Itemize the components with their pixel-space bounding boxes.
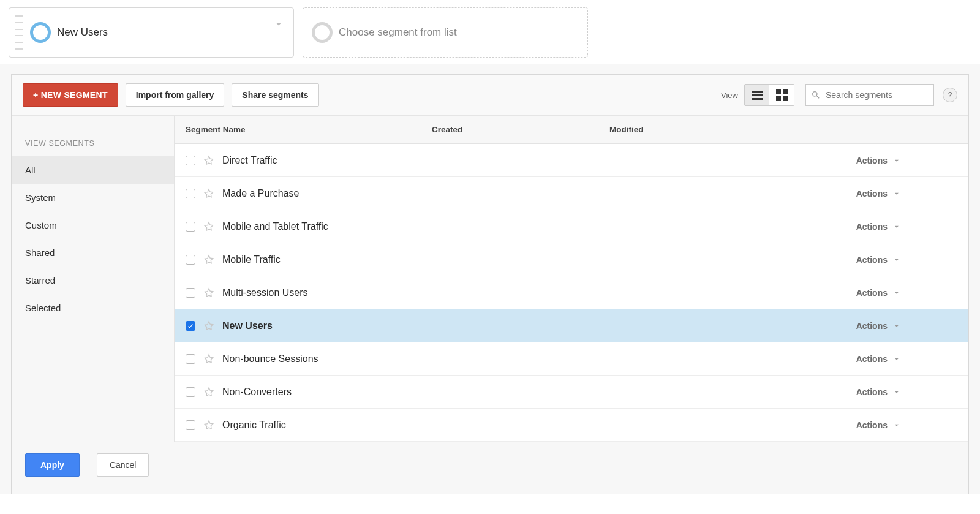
table-row[interactable]: Organic TrafficActions xyxy=(175,409,968,442)
row-checkbox[interactable] xyxy=(186,387,195,397)
actions-label: Actions xyxy=(856,156,888,165)
sidebar-item-starred[interactable]: Starred xyxy=(12,266,174,294)
search-wrap[interactable] xyxy=(805,84,934,106)
star-icon[interactable] xyxy=(203,287,215,299)
row-actions-menu[interactable]: Actions xyxy=(798,288,968,298)
star-icon[interactable] xyxy=(203,154,215,167)
table-row[interactable]: Direct TrafficActions xyxy=(175,144,968,177)
sidebar: VIEW SEGMENTS AllSystemCustomSharedStarr… xyxy=(12,116,175,442)
segment-color-circle xyxy=(312,22,333,43)
segment-pill-active[interactable]: New Users xyxy=(9,7,294,58)
caret-down-icon xyxy=(892,421,901,429)
segment-name: New Users xyxy=(222,320,273,331)
actions-label: Actions xyxy=(856,354,888,364)
actions-label: Actions xyxy=(856,420,888,430)
segment-name: Mobile and Tablet Traffic xyxy=(222,221,328,232)
row-checkbox[interactable] xyxy=(186,288,195,298)
star-icon[interactable] xyxy=(203,221,215,233)
actions-label: Actions xyxy=(856,222,888,232)
table-row[interactable]: Multi-session UsersActions xyxy=(175,276,968,309)
row-actions-menu[interactable]: Actions xyxy=(798,189,968,198)
actions-label: Actions xyxy=(856,288,888,298)
caret-down-icon xyxy=(892,156,901,165)
apply-button[interactable]: Apply xyxy=(25,453,80,477)
segment-name: Non-Converters xyxy=(222,387,292,398)
view-toggle xyxy=(744,84,794,106)
view-grid-button[interactable] xyxy=(769,85,794,105)
sidebar-heading: VIEW SEGMENTS xyxy=(12,134,174,156)
row-actions-menu[interactable]: Actions xyxy=(798,156,968,165)
segment-panel: + NEW SEGMENT Import from gallery Share … xyxy=(11,74,969,494)
table-header: Segment Name Created Modified xyxy=(175,116,968,144)
sidebar-item-custom[interactable]: Custom xyxy=(12,211,174,239)
star-icon[interactable] xyxy=(203,187,215,200)
row-checkbox[interactable] xyxy=(186,354,195,364)
caret-down-icon xyxy=(892,189,901,198)
row-actions-menu[interactable]: Actions xyxy=(798,420,968,430)
actions-label: Actions xyxy=(856,189,888,198)
table-row[interactable]: Non-ConvertersActions xyxy=(175,376,968,409)
panel-body: VIEW SEGMENTS AllSystemCustomSharedStarr… xyxy=(12,116,968,442)
star-icon[interactable] xyxy=(203,320,215,332)
star-icon[interactable] xyxy=(203,419,215,431)
actions-label: Actions xyxy=(856,387,888,397)
segment-name: Made a Purchase xyxy=(222,188,299,199)
table-row[interactable]: Made a PurchaseActions xyxy=(175,177,968,210)
row-checkbox[interactable] xyxy=(186,222,195,232)
table-row[interactable]: Mobile and Tablet TrafficActions xyxy=(175,210,968,243)
row-actions-menu[interactable]: Actions xyxy=(798,255,968,265)
view-label: View xyxy=(721,91,738,100)
actions-label: Actions xyxy=(856,255,888,265)
new-segment-button[interactable]: + NEW SEGMENT xyxy=(23,83,118,107)
star-icon[interactable] xyxy=(203,353,215,365)
drag-grip-icon xyxy=(15,15,23,50)
row-checkbox[interactable] xyxy=(186,189,195,198)
search-input[interactable] xyxy=(824,89,929,100)
list-icon xyxy=(752,91,763,100)
cancel-button[interactable]: Cancel xyxy=(97,453,149,477)
toolbar: + NEW SEGMENT Import from gallery Share … xyxy=(12,75,968,116)
chevron-down-icon[interactable] xyxy=(273,18,285,30)
segment-name: Multi-session Users xyxy=(222,287,308,298)
segment-color-circle xyxy=(30,22,51,43)
row-actions-menu[interactable]: Actions xyxy=(798,222,968,232)
view-list-button[interactable] xyxy=(745,85,769,105)
sidebar-item-system[interactable]: System xyxy=(12,184,174,211)
share-segments-button[interactable]: Share segments xyxy=(232,83,318,107)
star-icon[interactable] xyxy=(203,254,215,266)
row-actions-menu[interactable]: Actions xyxy=(798,387,968,397)
star-icon[interactable] xyxy=(203,386,215,398)
row-checkbox[interactable] xyxy=(186,321,195,331)
segment-pill-placeholder-label: Choose segment from list xyxy=(339,26,457,39)
table-row[interactable]: New UsersActions xyxy=(175,309,968,342)
row-checkbox[interactable] xyxy=(186,156,195,165)
row-checkbox[interactable] xyxy=(186,255,195,265)
segment-pill-label: New Users xyxy=(57,26,108,39)
col-header-modified: Modified xyxy=(609,125,787,134)
row-checkbox[interactable] xyxy=(186,420,195,430)
segments-table: Segment Name Created Modified Direct Tra… xyxy=(175,116,968,442)
sidebar-item-all[interactable]: All xyxy=(12,156,174,184)
caret-down-icon xyxy=(892,222,901,231)
actions-label: Actions xyxy=(856,321,888,331)
col-header-created: Created xyxy=(432,125,609,134)
segment-name: Organic Traffic xyxy=(222,420,286,431)
grid-icon xyxy=(776,89,788,101)
sidebar-item-selected[interactable]: Selected xyxy=(12,294,174,322)
row-actions-menu[interactable]: Actions xyxy=(798,354,968,364)
row-actions-menu[interactable]: Actions xyxy=(798,321,968,331)
segment-name: Mobile Traffic xyxy=(222,254,281,265)
help-button[interactable]: ? xyxy=(943,88,957,102)
import-gallery-button[interactable]: Import from gallery xyxy=(126,83,225,107)
sidebar-item-shared[interactable]: Shared xyxy=(12,239,174,266)
table-row[interactable]: Non-bounce SessionsActions xyxy=(175,342,968,376)
table-row[interactable]: Mobile TrafficActions xyxy=(175,243,968,276)
segment-pill-placeholder[interactable]: Choose segment from list xyxy=(303,7,588,58)
segment-name: Non-bounce Sessions xyxy=(222,353,318,365)
caret-down-icon xyxy=(892,289,901,297)
page-root: New Users Choose segment from list + NEW… xyxy=(0,0,980,514)
col-header-name: Segment Name xyxy=(175,125,432,134)
segment-name: Direct Traffic xyxy=(222,155,277,166)
panel-outer: + NEW SEGMENT Import from gallery Share … xyxy=(0,64,980,494)
caret-down-icon xyxy=(892,355,901,363)
